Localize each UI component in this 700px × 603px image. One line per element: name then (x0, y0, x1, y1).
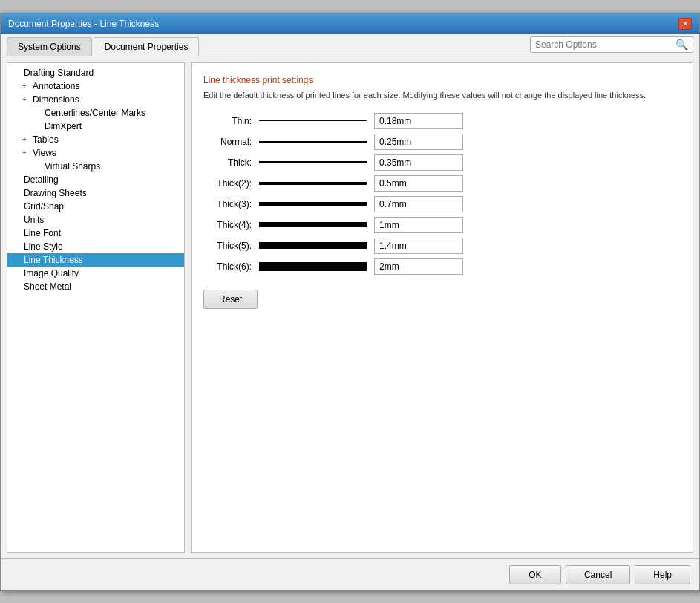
tree-item-virtual-sharps[interactable]: Virtual Sharps (7, 160, 184, 173)
tree-label-line-font: Line Font (24, 228, 61, 238)
thickness-line-container-4 (259, 202, 367, 206)
bottom-bar: OK Cancel Help (1, 558, 699, 590)
tree-item-drawing-sheets[interactable]: Drawing Sheets (7, 186, 184, 200)
tree-label-detailing: Detailing (24, 175, 59, 185)
tree-label-units: Units (24, 215, 44, 225)
expand-icon-tables[interactable]: + (22, 135, 31, 143)
thickness-input-6[interactable] (374, 238, 463, 254)
tab-row: System Options Document Properties 🔍 (1, 34, 699, 56)
thickness-input-7[interactable] (374, 258, 463, 275)
window-title: Document Properties - Line Thickness (8, 19, 159, 29)
tree-label-tables: Tables (33, 134, 59, 145)
main-window: Document Properties - Line Thickness ✕ S… (0, 13, 700, 591)
thickness-label-3: Thick(2): (203, 178, 252, 189)
tree-label-annotations: Annotations (33, 81, 79, 91)
thickness-label-0: Thin: (203, 116, 252, 126)
tab-system-options[interactable]: System Options (7, 37, 92, 56)
tree-item-drafting-standard[interactable]: Drafting Standard (7, 66, 184, 79)
thickness-line-container-2 (259, 161, 367, 163)
tree-label-line-style: Line Style (24, 241, 63, 252)
thickness-input-4[interactable] (374, 196, 463, 212)
thickness-line-5 (259, 222, 367, 227)
ok-button[interactable]: OK (509, 565, 561, 584)
tree-item-annotations[interactable]: +Annotations (7, 79, 184, 93)
thickness-label-1: Normal: (203, 137, 252, 147)
tree-label-dimxpert: DimXpert (45, 121, 82, 131)
expand-icon-annotations[interactable]: + (22, 82, 31, 90)
tree-item-image-quality[interactable]: Image Quality (7, 267, 184, 280)
thickness-line-1 (259, 141, 367, 143)
reset-button[interactable]: Reset (203, 290, 258, 309)
search-container: 🔍 (530, 36, 693, 53)
thickness-input-2[interactable] (374, 154, 463, 171)
help-button[interactable]: Help (635, 565, 690, 584)
thickness-line-container-5 (259, 222, 367, 227)
thickness-input-1[interactable] (374, 134, 463, 150)
tree-label-views: Views (33, 148, 56, 158)
expand-icon-dimensions[interactable]: + (22, 95, 31, 103)
thickness-input-0[interactable] (374, 113, 463, 129)
thickness-row: Thick(6): (203, 258, 681, 275)
thickness-line-3 (259, 182, 367, 185)
tree-panel: Drafting Standard+Annotations+Dimensions… (7, 62, 185, 553)
thickness-line-2 (259, 161, 367, 163)
thickness-row: Thick(4): (203, 217, 681, 233)
thickness-line-container-7 (259, 262, 367, 271)
tree-label-image-quality: Image Quality (24, 268, 79, 278)
tree-label-grid-snap: Grid/Snap (24, 201, 64, 212)
thickness-label-4: Thick(3): (203, 199, 252, 209)
search-input[interactable] (535, 39, 673, 50)
tree-label-virtual-sharps: Virtual Sharps (45, 161, 100, 172)
thickness-line-0 (259, 120, 367, 121)
tree-item-views[interactable]: +Views (7, 146, 184, 160)
tree-label-sheet-metal: Sheet Metal (24, 281, 71, 292)
thickness-input-3[interactable] (374, 175, 463, 192)
thickness-line-container-1 (259, 141, 367, 143)
thickness-row: Thick(2): (203, 175, 681, 192)
thickness-line-container-0 (259, 120, 367, 121)
thickness-label-6: Thick(5): (203, 241, 252, 251)
thickness-line-7 (259, 262, 367, 271)
thickness-row: Thin: (203, 113, 681, 129)
section-desc: Edit the default thickness of printed li… (203, 90, 681, 101)
expand-icon-views[interactable]: + (22, 149, 31, 157)
tree-item-grid-snap[interactable]: Grid/Snap (7, 200, 184, 213)
thickness-row: Thick(5): (203, 238, 681, 254)
tree-item-dimensions[interactable]: +Dimensions (7, 93, 184, 106)
tree-label-drawing-sheets: Drawing Sheets (24, 188, 87, 198)
title-bar: Document Properties - Line Thickness ✕ (1, 13, 699, 34)
section-title: Line thickness print settings (203, 75, 681, 85)
thickness-label-5: Thick(4): (203, 220, 252, 230)
tree-item-tables[interactable]: +Tables (7, 133, 184, 146)
right-panel: Line thickness print settings Edit the d… (191, 62, 693, 553)
tree-item-line-style[interactable]: Line Style (7, 240, 184, 253)
tree-label-centerlines: Centerlines/Center Marks (45, 108, 145, 118)
tree-label-dimensions: Dimensions (33, 94, 79, 105)
tree-item-units[interactable]: Units (7, 213, 184, 226)
tree-item-detailing[interactable]: Detailing (7, 173, 184, 186)
tree-label-drafting-standard: Drafting Standard (24, 68, 94, 78)
tree-item-sheet-metal[interactable]: Sheet Metal (7, 280, 184, 293)
tree-item-line-font[interactable]: Line Font (7, 226, 184, 240)
content-area: Drafting Standard+Annotations+Dimensions… (1, 56, 699, 558)
thickness-input-5[interactable] (374, 217, 463, 233)
tree-item-centerlines[interactable]: Centerlines/Center Marks (7, 106, 184, 120)
tree-item-dimxpert[interactable]: DimXpert (7, 120, 184, 133)
cancel-button[interactable]: Cancel (566, 565, 630, 584)
tabs-container: System Options Document Properties (7, 34, 199, 56)
thickness-row: Thick: (203, 154, 681, 171)
close-button[interactable]: ✕ (678, 18, 692, 30)
thickness-line-6 (259, 242, 367, 249)
thickness-line-4 (259, 202, 367, 206)
tree-label-line-thickness: Line Thickness (24, 255, 83, 265)
tree-item-line-thickness[interactable]: Line Thickness (7, 253, 184, 267)
thickness-table: Thin:Normal:Thick:Thick(2):Thick(3):Thic… (203, 113, 681, 275)
thickness-line-container-6 (259, 242, 367, 249)
thickness-label-7: Thick(6): (203, 261, 252, 272)
thickness-line-container-3 (259, 182, 367, 185)
tab-document-properties[interactable]: Document Properties (94, 37, 200, 56)
thickness-row: Normal: (203, 134, 681, 150)
search-icon: 🔍 (676, 39, 688, 50)
thickness-row: Thick(3): (203, 196, 681, 212)
thickness-label-2: Thick: (203, 157, 252, 168)
